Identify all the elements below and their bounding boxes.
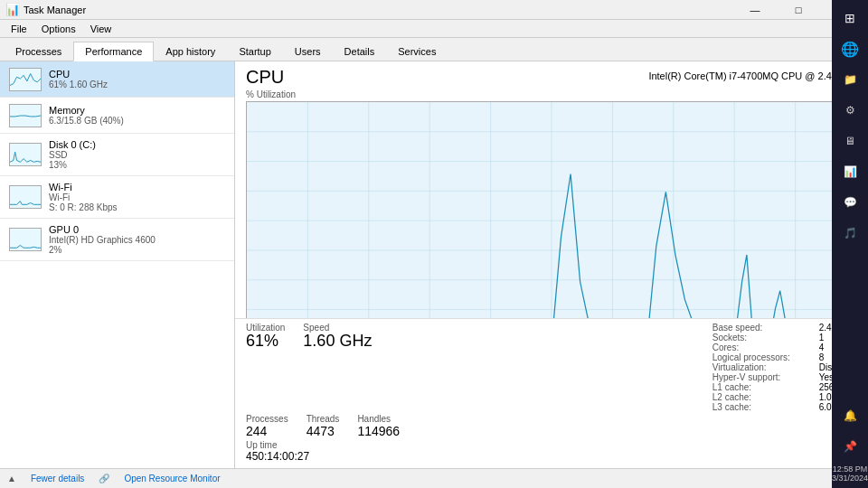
cpu-title-group: CPU xyxy=(246,67,284,88)
sidebar-wifi-subtitle2: S: 0 R: 288 Kbps xyxy=(49,202,225,212)
base-speed-label: Base speed: xyxy=(712,323,812,333)
l3-label: L3 cache: xyxy=(712,402,812,412)
taskbar-clock: 12:58 PM 3/31/2024 xyxy=(830,463,868,484)
open-resource-monitor-link[interactable]: Open Resource Monitor xyxy=(124,474,220,483)
chart-wrapper xyxy=(246,101,857,318)
stat-speed: Speed 1.60 GHz xyxy=(303,323,372,412)
logical-value: 8 xyxy=(819,352,825,362)
sidebar-cpu-subtitle: 61% 1.60 GHz xyxy=(49,80,225,89)
fewer-details-label: Fewer details xyxy=(31,474,84,483)
tab-bar: Processes Performance App history Startu… xyxy=(0,38,868,61)
stats-area: Utilization 61% Speed 1.60 GHz Base spee… xyxy=(235,318,868,468)
taskbar-icon-1[interactable]: 🌐 xyxy=(835,34,864,63)
sidebar-wifi-info: Wi-Fi Wi-Fi S: 0 R: 288 Kbps xyxy=(49,182,225,212)
sidebar-disk-subtitle1: SSD xyxy=(49,150,225,160)
sidebar-item-gpu0[interactable]: GPU 0 Intel(R) HD Graphics 4600 2% xyxy=(0,219,234,261)
stat-threads: Threads 4473 xyxy=(307,414,340,438)
bottom-bar: ▲ Fewer details 🔗 Open Resource Monitor xyxy=(0,468,868,488)
stat-utilization: Utilization 61% xyxy=(246,323,285,412)
sidebar-cpu-info: CPU 61% 1.60 GHz xyxy=(49,69,225,89)
cpu-model: Intel(R) Core(TM) i7-4700MQ CPU @ 2.40GH… xyxy=(648,70,857,81)
handles-label: Handles xyxy=(357,414,400,424)
chart-container: % Utilization 100% xyxy=(235,89,868,318)
title-bar-left: 📊 Task Manager xyxy=(5,3,86,16)
sidebar-item-disk0[interactable]: Disk 0 (C:) SSD 13% xyxy=(0,134,234,176)
clock-time: 12:58 PM xyxy=(832,465,868,474)
taskbar-bottom: 🔔 📌 12:58 PM 3/31/2024 xyxy=(830,401,868,484)
cpu-chart-svg xyxy=(247,102,856,318)
handles-value: 114966 xyxy=(357,424,400,438)
taskbar-icon-3[interactable]: ⚙ xyxy=(835,96,864,125)
sidebar-memory-info: Memory 6.3/15.8 GB (40%) xyxy=(49,105,225,126)
stat-uptime: Up time 450:14:00:27 xyxy=(246,440,309,463)
taskbar-icon-2[interactable]: 📁 xyxy=(835,65,864,94)
cpu-mini-chart xyxy=(9,68,42,91)
sidebar-item-memory[interactable]: Memory 6.3/15.8 GB (40%) xyxy=(0,98,234,134)
taskbar-icon-5[interactable]: 📊 xyxy=(835,157,864,186)
taskbar-icon-4[interactable]: 🖥 xyxy=(835,127,864,155)
taskbar-icon-9[interactable]: 📌 xyxy=(835,432,864,461)
virt-label: Virtualization: xyxy=(712,362,812,372)
tab-performance[interactable]: Performance xyxy=(73,42,154,61)
sidebar-cpu-title: CPU xyxy=(49,69,225,80)
l1-label: L1 cache: xyxy=(712,382,812,392)
hyper-label: Hyper-V support: xyxy=(712,372,812,382)
stat-processes: Processes 244 xyxy=(246,414,288,438)
taskbar-icon-6[interactable]: 💬 xyxy=(835,188,864,217)
menu-view[interactable]: View xyxy=(83,22,119,36)
sidebar-disk-info: Disk 0 (C:) SSD 13% xyxy=(49,139,225,170)
tab-users[interactable]: Users xyxy=(283,41,333,61)
chart-labels-top: % Utilization 100% xyxy=(246,89,857,99)
sidebar-memory-title: Memory xyxy=(49,105,225,116)
main-content: CPU 61% 1.60 GHz Memory 6.3/15.8 GB (40%… xyxy=(0,61,868,468)
minimize-button[interactable]: — xyxy=(734,0,776,20)
cpu-header: CPU Intel(R) Core(TM) i7-4700MQ CPU @ 2.… xyxy=(235,61,868,89)
title-bar: 📊 Task Manager — □ ✕ xyxy=(0,0,868,20)
logical-label: Logical processors: xyxy=(712,352,812,362)
disk-mini-chart xyxy=(9,143,42,166)
sidebar-item-cpu[interactable]: CPU 61% 1.60 GHz xyxy=(0,61,234,98)
tab-startup[interactable]: Startup xyxy=(227,41,282,61)
fewer-details-icon: ▲ xyxy=(7,474,16,483)
taskbar-icon-8[interactable]: 🔔 xyxy=(835,401,864,430)
sidebar-gpu-title: GPU 0 xyxy=(49,224,225,235)
window-title: Task Manager xyxy=(24,5,86,15)
cpu-title: CPU xyxy=(246,67,284,88)
menu-file[interactable]: File xyxy=(4,22,34,36)
right-panel: CPU Intel(R) Core(TM) i7-4700MQ CPU @ 2.… xyxy=(235,61,868,468)
utilization-value: 61% xyxy=(246,333,285,351)
sockets-value: 1 xyxy=(819,333,825,343)
fewer-details-link[interactable]: Fewer details xyxy=(31,474,84,483)
sidebar-item-wifi[interactable]: Wi-Fi Wi-Fi S: 0 R: 288 Kbps xyxy=(0,176,234,219)
processes-value: 244 xyxy=(246,424,288,438)
tab-details[interactable]: Details xyxy=(333,41,387,61)
tab-processes[interactable]: Processes xyxy=(4,41,73,61)
gpu-mini-chart xyxy=(9,228,42,251)
sidebar-gpu-subtitle2: 2% xyxy=(49,245,225,255)
tab-services[interactable]: Services xyxy=(386,41,448,61)
l2-label: L2 cache: xyxy=(712,392,812,402)
menu-bar: File Options View xyxy=(0,20,868,38)
stats-row-secondary: Processes 244 Threads 4473 Handles 11496… xyxy=(246,414,857,438)
sidebar: CPU 61% 1.60 GHz Memory 6.3/15.8 GB (40%… xyxy=(0,61,235,468)
uptime-label: Up time xyxy=(246,440,309,450)
sidebar-wifi-subtitle1: Wi-Fi xyxy=(49,192,225,202)
taskbar-search-icon[interactable]: ⊞ xyxy=(835,4,864,33)
maximize-button[interactable]: □ xyxy=(778,0,819,20)
stats-row-uptime: Up time 450:14:00:27 xyxy=(246,440,857,463)
sockets-label: Sockets: xyxy=(712,333,812,343)
tab-app-history[interactable]: App history xyxy=(154,41,227,61)
cores-value: 4 xyxy=(819,343,825,352)
open-resource-monitor-label: Open Resource Monitor xyxy=(124,474,220,483)
sidebar-memory-subtitle: 6.3/15.8 GB (40%) xyxy=(49,116,225,126)
taskbar-icon-7[interactable]: 🎵 xyxy=(835,219,864,248)
taskbar-right: ⊞ 🌐 📁 ⚙ 🖥 📊 💬 🎵 🔔 📌 12:58 PM 3/31/2024 xyxy=(832,0,868,488)
menu-options[interactable]: Options xyxy=(34,22,83,36)
app-icon: 📊 xyxy=(5,3,20,16)
stat-handles: Handles 114966 xyxy=(357,414,400,438)
memory-mini-chart xyxy=(9,104,42,127)
threads-value: 4473 xyxy=(307,424,340,438)
processes-label: Processes xyxy=(246,414,288,424)
stats-row-main: Utilization 61% Speed 1.60 GHz Base spee… xyxy=(246,323,857,412)
wifi-mini-chart xyxy=(9,185,42,209)
